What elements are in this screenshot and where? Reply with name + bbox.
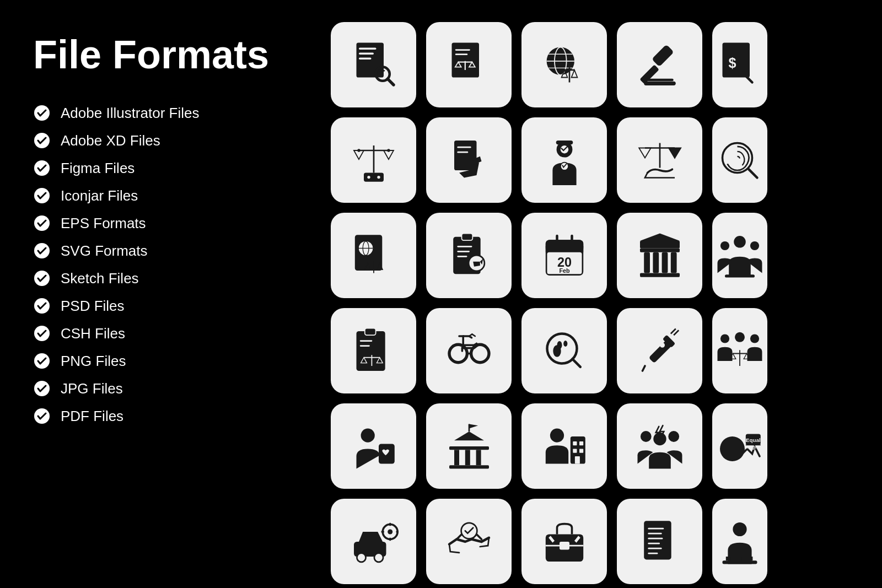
svg-text:$: $ — [728, 55, 736, 70]
svg-rect-65 — [457, 251, 470, 252]
icon-card-group-lightning — [617, 403, 702, 489]
svg-point-42 — [377, 175, 380, 178]
icon-card-briefcase-tools — [521, 499, 607, 584]
svg-point-52 — [723, 143, 752, 172]
check-circle-icon — [33, 132, 51, 149]
icon-card-document-list — [617, 499, 702, 584]
svg-rect-19 — [455, 49, 470, 51]
check-circle-icon — [33, 187, 51, 204]
icon-card-law-balance-doc — [426, 22, 512, 107]
svg-point-107 — [735, 332, 745, 342]
icon-card-handshake-check — [426, 499, 512, 584]
file-format-label: PNG Files — [61, 353, 126, 370]
svg-rect-126 — [574, 456, 579, 464]
svg-line-100 — [572, 359, 580, 366]
svg-rect-76 — [640, 248, 680, 252]
check-circle-icon — [33, 325, 51, 342]
file-format-label: Figma Files — [61, 160, 135, 177]
icon-card-police-car-gear — [331, 499, 416, 584]
svg-rect-87 — [356, 331, 385, 371]
svg-rect-40 — [364, 172, 384, 181]
svg-point-85 — [750, 241, 759, 250]
svg-rect-66 — [457, 256, 467, 257]
svg-rect-33 — [644, 81, 676, 85]
svg-point-130 — [720, 436, 745, 461]
svg-rect-90 — [359, 345, 369, 347]
svg-rect-158 — [737, 557, 742, 560]
svg-rect-86 — [725, 274, 755, 277]
file-format-item: EPS Formats — [33, 214, 287, 232]
icon-card-person-badge-building — [521, 403, 607, 489]
svg-rect-154 — [648, 552, 658, 554]
svg-rect-80 — [653, 252, 659, 273]
file-format-item: Figma Files — [33, 159, 287, 177]
icon-card-fingerprint-search — [712, 117, 767, 203]
check-circle-icon — [33, 407, 51, 425]
file-format-label: JPG Files — [61, 380, 123, 397]
page-title: File Formats — [33, 33, 287, 77]
svg-point-98 — [563, 341, 567, 347]
svg-point-103 — [660, 342, 665, 347]
svg-point-106 — [720, 334, 729, 343]
file-format-label: Iconjar Files — [61, 187, 138, 204]
icon-card-scales-robot — [331, 117, 416, 203]
file-format-item: JPG Files — [33, 380, 287, 397]
svg-rect-124 — [573, 449, 577, 452]
svg-rect-75 — [640, 273, 680, 277]
icon-card-scales-hand — [617, 117, 702, 203]
svg-rect-88 — [364, 328, 375, 335]
icon-card-law-document-search — [331, 22, 416, 107]
file-format-label: Sketch Files — [61, 270, 139, 287]
icon-grid: $ — [320, 0, 882, 588]
check-circle-icon — [33, 352, 51, 370]
file-format-item: SVG Formats — [33, 242, 287, 260]
svg-text:Right: Right — [746, 443, 761, 449]
svg-rect-153 — [648, 547, 662, 549]
svg-rect-113 — [449, 465, 489, 468]
svg-line-17 — [388, 79, 394, 85]
icon-card-judge-panel — [712, 213, 767, 298]
check-circle-icon — [33, 242, 51, 260]
check-circle-icon — [33, 159, 51, 177]
svg-rect-123 — [579, 441, 583, 445]
svg-rect-62 — [461, 233, 472, 240]
svg-rect-30 — [652, 44, 674, 67]
icon-card-law-dollar: $ — [712, 22, 767, 107]
svg-rect-117 — [476, 450, 481, 465]
svg-point-136 — [357, 553, 365, 562]
svg-rect-79 — [644, 252, 650, 273]
svg-point-139 — [388, 529, 392, 534]
file-format-list: Adobe Illustrator Files Adobe XD Files F… — [33, 104, 287, 425]
svg-text:Feb: Feb — [559, 267, 570, 273]
file-format-item: Adobe XD Files — [33, 132, 287, 149]
svg-rect-147 — [560, 542, 569, 549]
file-format-label: Adobe XD Files — [61, 132, 160, 149]
svg-text:Equal: Equal — [746, 436, 761, 443]
svg-marker-78 — [640, 233, 680, 241]
check-circle-icon — [33, 104, 51, 122]
svg-point-41 — [367, 175, 370, 178]
file-format-label: PSD Files — [61, 298, 125, 315]
file-format-item: CSH Files — [33, 325, 287, 342]
svg-point-128 — [668, 431, 679, 442]
svg-point-108 — [750, 334, 759, 343]
file-format-label: PDF Files — [61, 408, 123, 425]
icon-card-equal-right-sign: Equal Right — [712, 403, 767, 489]
svg-rect-150 — [648, 532, 662, 534]
svg-point-120 — [550, 428, 563, 442]
icon-card-law-book-hand — [426, 117, 512, 203]
svg-rect-77 — [640, 241, 680, 249]
icon-card-handcuffs-fist — [426, 308, 512, 393]
icon-card-person-column — [712, 499, 767, 584]
file-format-item: Adobe Illustrator Files — [33, 104, 287, 122]
icon-card-group-scales — [712, 308, 767, 393]
check-circle-icon — [33, 269, 51, 287]
svg-rect-114 — [449, 446, 489, 450]
left-panel: File Formats Adobe Illustrator Files Ado… — [0, 0, 320, 588]
icon-card-clipboard-scales — [331, 308, 416, 393]
svg-point-99 — [553, 345, 561, 357]
icon-card-globe-law — [521, 22, 607, 107]
icon-card-person-heart-sign — [331, 403, 416, 489]
file-format-label: Adobe Illustrator Files — [61, 105, 199, 122]
svg-point-83 — [734, 236, 746, 248]
